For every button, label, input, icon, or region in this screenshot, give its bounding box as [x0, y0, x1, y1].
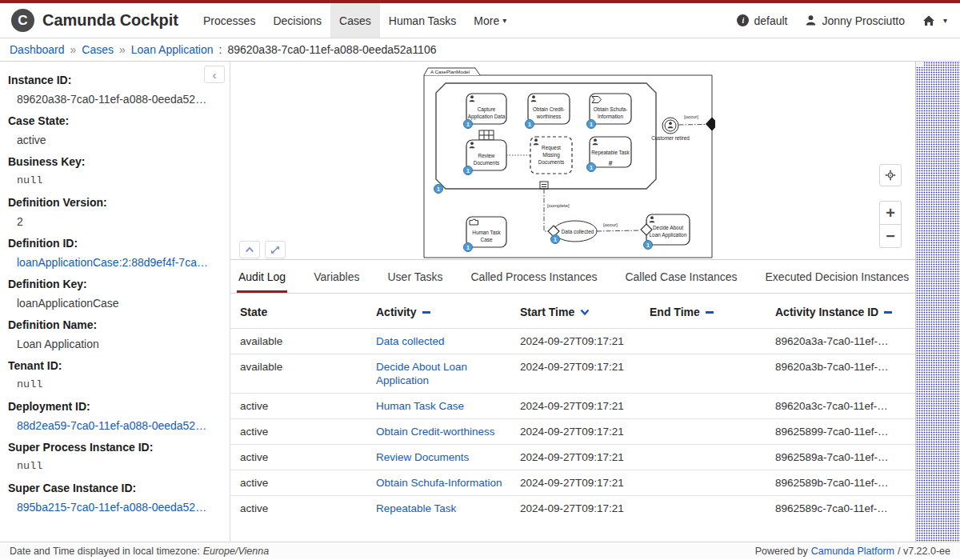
svg-text:Obtain Schufa-: Obtain Schufa-: [594, 106, 628, 112]
cell-activity-link[interactable]: Decide About Loan Application: [376, 360, 520, 387]
nav-item-processes[interactable]: Processes: [194, 3, 264, 38]
svg-text:Repeatable Task: Repeatable Task: [591, 150, 630, 156]
svg-text:Human Task: Human Task: [472, 230, 501, 235]
task-request-missing-documents[interactable]: Request Missing Documents: [530, 137, 572, 174]
case-plan-model-label: A CasePlanModel: [430, 69, 470, 74]
reset-zoom-button[interactable]: [879, 164, 902, 186]
nav-item-more[interactable]: More ▾: [465, 3, 515, 38]
tab-called-case-instances[interactable]: Called Case Instances: [623, 270, 738, 293]
main-area: ‹ Instance ID: 89620a38-7ca0-11ef-a088-0…: [0, 62, 960, 542]
cell-activity-link[interactable]: Human Task Case: [376, 399, 520, 413]
cell-state: active: [240, 502, 376, 515]
sort-remove-icon[interactable]: [706, 311, 714, 314]
field-definition-version: Definition Version: 2: [8, 196, 218, 228]
sort-remove-icon[interactable]: [422, 311, 430, 314]
svg-text:worthiness: worthiness: [536, 114, 562, 119]
field-label: Super Case Instance ID:: [8, 482, 218, 494]
user-menu[interactable]: Jonny Prosciutto: [805, 14, 905, 27]
tab-variables[interactable]: Variables: [312, 270, 361, 293]
task-capture-application-data[interactable]: Capture Application Data 1: [464, 94, 507, 129]
zoom-out-button[interactable]: −: [879, 224, 902, 248]
task-human-task-case[interactable]: Human Task Case 1: [464, 217, 507, 252]
table-row: active Human Task Case 2024-09-27T09:17:…: [230, 393, 915, 418]
svg-text:Request: Request: [542, 145, 561, 151]
maximize-diagram-button[interactable]: [265, 241, 286, 258]
user-name: Jonny Prosciutto: [822, 14, 905, 27]
brand[interactable]: C Camunda Cockpit: [11, 3, 178, 38]
svg-text:Documents: Documents: [538, 159, 564, 165]
home-menu[interactable]: ▾: [922, 14, 947, 26]
tab-audit-log[interactable]: Audit Log: [237, 270, 287, 293]
sidebar-collapse-button[interactable]: ‹: [204, 66, 225, 83]
cell-end-time: [650, 360, 775, 387]
collapse-diagram-button[interactable]: [239, 241, 260, 258]
deployment-id-link[interactable]: 88d2ea59-7ca0-11ef-a088-0eeda52…: [8, 419, 218, 432]
task-obtain-schufa-information[interactable]: Obtain Schufa- Information 1: [587, 94, 632, 129]
column-header-activity-instance-id: Activity Instance ID: [775, 306, 910, 318]
cell-activity-link[interactable]: Data collected: [376, 334, 520, 348]
sort-descending-icon[interactable]: [580, 309, 590, 316]
svg-text:Documents: Documents: [474, 160, 499, 166]
top-navbar: C Camunda Cockpit Processes Decisions Ca…: [0, 3, 960, 38]
nav-item-human-tasks[interactable]: Human Tasks: [380, 3, 466, 38]
field-super-case-instance-id: Super Case Instance ID: 895ba215-7ca0-11…: [8, 482, 218, 514]
svg-text:Customer retired: Customer retired: [651, 135, 690, 141]
cell-start-time: 2024-09-27T09:17:21: [520, 476, 650, 490]
breadcrumb-colon: :: [219, 43, 222, 56]
instance-count-badge: 1: [464, 166, 473, 175]
field-value: 2: [8, 215, 218, 228]
table-row: active Review Documents 2024-09-27T09:17…: [230, 444, 915, 470]
cell-activity-link[interactable]: Obtain Schufa-Information: [376, 476, 520, 490]
sort-remove-icon[interactable]: [884, 311, 892, 314]
cell-end-time: [650, 334, 775, 348]
cell-state: available: [240, 334, 376, 348]
field-value: Loan Application: [8, 338, 218, 350]
collapsed-panel-resize-handle[interactable]: [915, 62, 960, 542]
svg-text:Case: Case: [481, 237, 493, 242]
field-value: null: [8, 378, 218, 391]
camunda-platform-link[interactable]: Camunda Platform: [811, 546, 894, 557]
home-icon: [922, 14, 935, 26]
zoom-in-button[interactable]: +: [879, 201, 902, 225]
task-repeatable[interactable]: Repeatable Task # 1: [587, 137, 632, 172]
content-pane: A CasePlanModel 1: [230, 62, 915, 542]
tab-executed-decision-instances[interactable]: Executed Decision Instances: [764, 270, 911, 293]
column-header-activity: Activity: [376, 306, 520, 318]
breadcrumb-cases[interactable]: Cases: [82, 43, 114, 56]
task-obtain-credit-worthiness[interactable]: Obtain Credit- worthiness 1: [526, 94, 570, 129]
cell-activity-link[interactable]: Repeatable Task: [376, 502, 520, 515]
cell-activity-link[interactable]: Review Documents: [376, 450, 520, 464]
definition-id-link[interactable]: loanApplicationCase:2:88d9ef4f-7ca…: [8, 256, 218, 269]
svg-text:Data collected: Data collected: [562, 229, 594, 234]
cell-activity-link[interactable]: Obtain Credit-worthiness: [376, 425, 520, 438]
field-deployment-id: Deployment ID: 88d2ea59-7ca0-11ef-a088-0…: [8, 400, 218, 432]
cell-activity-instance-id: 89625899-7ca0-11ef-…: [775, 425, 910, 438]
nav-item-decisions[interactable]: Decisions: [264, 3, 330, 38]
field-label: Tenant ID:: [8, 359, 218, 372]
field-label: Definition Name:: [8, 318, 218, 331]
table-row: available Data collected 2024-09-27T09:1…: [230, 328, 915, 354]
svg-text:1: 1: [590, 165, 593, 170]
super-case-instance-id-link[interactable]: 895ba215-7ca0-11ef-a088-0eeda52…: [8, 501, 218, 514]
tab-called-process-instances[interactable]: Called Process Instances: [469, 270, 598, 293]
field-value: null: [8, 174, 218, 187]
svg-text:Application Data: Application Data: [468, 114, 506, 120]
field-label: Deployment ID:: [8, 400, 218, 413]
breadcrumb-dashboard[interactable]: Dashboard: [10, 43, 65, 56]
powered-by-label: Powered by: [755, 546, 808, 557]
caret-down-icon: ▾: [502, 16, 506, 25]
field-label: Instance ID:: [8, 74, 218, 86]
cell-end-time: [650, 425, 775, 438]
task-decide-about-loan-application[interactable]: Decide About Loan Application 1: [641, 214, 690, 250]
instance-count-badge: 1: [587, 120, 596, 129]
engine-selector[interactable]: i default: [737, 14, 787, 27]
breadcrumb-definition[interactable]: Loan Application: [131, 43, 214, 56]
occur-connector: [679, 125, 706, 126]
diagram-corner-controls: [239, 241, 286, 258]
breadcrumb-separator: »: [70, 43, 77, 56]
nav-item-cases[interactable]: Cases: [330, 3, 380, 38]
app-title: Camunda Cockpit: [42, 11, 178, 30]
svg-text:Decide About: Decide About: [653, 225, 683, 230]
field-value: 89620a38-7ca0-11ef-a088-0eeda52…: [8, 93, 218, 106]
tab-user-tasks[interactable]: User Tasks: [386, 270, 445, 293]
